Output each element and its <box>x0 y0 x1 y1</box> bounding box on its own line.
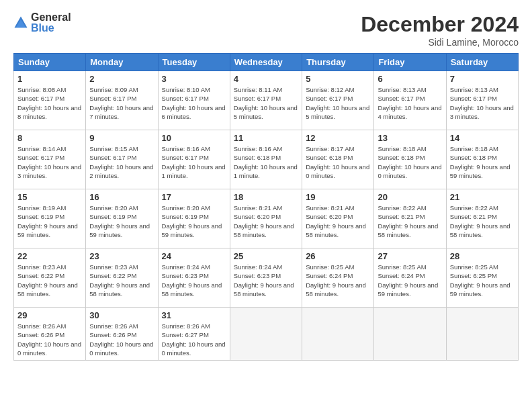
day-number: 25 <box>234 251 298 261</box>
cell-content: Sunrise: 8:21 AMSunset: 6:20 PMDaylight:… <box>234 203 298 239</box>
cell-30: 30 Sunrise: 8:26 AMSunset: 6:26 PMDaylig… <box>86 308 158 361</box>
cell-28: 28 Sunrise: 8:25 AMSunset: 6:25 PMDaylig… <box>446 248 518 308</box>
cell-content: Sunrise: 8:13 AMSunset: 6:17 PMDaylight:… <box>450 85 515 121</box>
day-number: 4 <box>234 74 298 84</box>
cell-content: Sunrise: 8:23 AMSunset: 6:22 PMDaylight:… <box>89 263 154 298</box>
cell-2: 2 Sunrise: 8:09 AMSunset: 6:17 PMDayligh… <box>86 71 158 130</box>
cell-content: Sunrise: 8:17 AMSunset: 6:18 PMDaylight:… <box>306 144 370 180</box>
day-number: 8 <box>17 133 82 143</box>
col-sunday: Sunday <box>14 54 86 71</box>
cell-29: 29 Sunrise: 8:26 AMSunset: 6:26 PMDaylig… <box>14 308 86 361</box>
cell-content: Sunrise: 8:25 AMSunset: 6:25 PMDaylight:… <box>450 263 515 298</box>
table-row: 15 Sunrise: 8:19 AMSunset: 6:19 PMDaylig… <box>14 189 519 248</box>
day-number: 31 <box>162 310 226 320</box>
day-number: 19 <box>306 192 370 202</box>
day-number: 30 <box>89 310 154 320</box>
cell-11: 11 Sunrise: 8:16 AMSunset: 6:18 PMDaylig… <box>230 130 302 189</box>
cell-25: 25 Sunrise: 8:24 AMSunset: 6:23 PMDaylig… <box>230 248 302 308</box>
cell-24: 24 Sunrise: 8:24 AMSunset: 6:23 PMDaylig… <box>158 248 230 308</box>
cell-22: 22 Sunrise: 8:23 AMSunset: 6:22 PMDaylig… <box>14 248 86 308</box>
table-row: 22 Sunrise: 8:23 AMSunset: 6:22 PMDaylig… <box>14 248 519 308</box>
cell-16: 16 Sunrise: 8:20 AMSunset: 6:19 PMDaylig… <box>86 189 158 248</box>
cell-1: 1 Sunrise: 8:08 AMSunset: 6:17 PMDayligh… <box>14 71 86 130</box>
cell-10: 10 Sunrise: 8:16 AMSunset: 6:17 PMDaylig… <box>158 130 230 189</box>
logo-icon <box>13 15 28 30</box>
cell-18: 18 Sunrise: 8:21 AMSunset: 6:20 PMDaylig… <box>230 189 302 248</box>
cell-13: 13 Sunrise: 8:18 AMSunset: 6:18 PMDaylig… <box>374 130 446 189</box>
cell-26: 26 Sunrise: 8:25 AMSunset: 6:24 PMDaylig… <box>302 248 374 308</box>
calendar-table: Sunday Monday Tuesday Wednesday Thursday… <box>13 53 519 361</box>
day-number: 26 <box>306 251 370 261</box>
day-number: 18 <box>234 192 298 202</box>
cell-content: Sunrise: 8:26 AMSunset: 6:27 PMDaylight:… <box>162 322 226 357</box>
cell-content: Sunrise: 8:13 AMSunset: 6:17 PMDaylight:… <box>378 85 442 121</box>
cell-content: Sunrise: 8:23 AMSunset: 6:22 PMDaylight:… <box>17 263 82 298</box>
cell-4: 4 Sunrise: 8:11 AMSunset: 6:17 PMDayligh… <box>230 71 302 130</box>
cell-empty <box>446 308 518 361</box>
table-row: 29 Sunrise: 8:26 AMSunset: 6:26 PMDaylig… <box>14 308 519 361</box>
cell-17: 17 Sunrise: 8:20 AMSunset: 6:19 PMDaylig… <box>158 189 230 248</box>
location: Sidi Lamine, Morocco <box>361 37 519 48</box>
day-number: 27 <box>378 251 442 261</box>
title-block: December 2024 Sidi Lamine, Morocco <box>361 12 519 48</box>
day-number: 22 <box>17 251 82 261</box>
col-saturday: Saturday <box>446 54 518 71</box>
cell-7: 7 Sunrise: 8:13 AMSunset: 6:17 PMDayligh… <box>446 71 518 130</box>
col-monday: Monday <box>86 54 158 71</box>
logo: General Blue <box>13 12 71 34</box>
cell-content: Sunrise: 8:14 AMSunset: 6:17 PMDaylight:… <box>17 144 82 180</box>
day-number: 11 <box>234 133 298 143</box>
page: General Blue December 2024 Sidi Lamine, … <box>0 0 532 411</box>
cell-content: Sunrise: 8:26 AMSunset: 6:26 PMDaylight:… <box>89 322 154 357</box>
cell-content: Sunrise: 8:24 AMSunset: 6:23 PMDaylight:… <box>234 263 298 298</box>
day-number: 13 <box>378 133 442 143</box>
cell-6: 6 Sunrise: 8:13 AMSunset: 6:17 PMDayligh… <box>374 71 446 130</box>
cell-content: Sunrise: 8:11 AMSunset: 6:17 PMDaylight:… <box>234 85 298 121</box>
cell-content: Sunrise: 8:18 AMSunset: 6:18 PMDaylight:… <box>378 144 442 180</box>
col-friday: Friday <box>374 54 446 71</box>
day-number: 23 <box>89 251 154 261</box>
col-tuesday: Tuesday <box>158 54 230 71</box>
table-row: 8 Sunrise: 8:14 AMSunset: 6:17 PMDayligh… <box>14 130 519 189</box>
cell-empty <box>374 308 446 361</box>
calendar-header-row: Sunday Monday Tuesday Wednesday Thursday… <box>14 54 519 71</box>
cell-content: Sunrise: 8:22 AMSunset: 6:21 PMDaylight:… <box>450 203 515 239</box>
cell-content: Sunrise: 8:20 AMSunset: 6:19 PMDaylight:… <box>162 203 226 239</box>
logo-general-text: General <box>31 12 71 23</box>
day-number: 28 <box>450 251 515 261</box>
cell-content: Sunrise: 8:16 AMSunset: 6:17 PMDaylight:… <box>162 144 226 180</box>
cell-content: Sunrise: 8:19 AMSunset: 6:19 PMDaylight:… <box>17 203 82 239</box>
day-number: 5 <box>306 74 370 84</box>
cell-content: Sunrise: 8:25 AMSunset: 6:24 PMDaylight:… <box>306 263 370 298</box>
cell-9: 9 Sunrise: 8:15 AMSunset: 6:17 PMDayligh… <box>86 130 158 189</box>
cell-14: 14 Sunrise: 8:18 AMSunset: 6:18 PMDaylig… <box>446 130 518 189</box>
col-thursday: Thursday <box>302 54 374 71</box>
day-number: 15 <box>17 192 82 202</box>
cell-content: Sunrise: 8:20 AMSunset: 6:19 PMDaylight:… <box>89 203 154 239</box>
cell-content: Sunrise: 8:26 AMSunset: 6:26 PMDaylight:… <box>17 322 82 357</box>
day-number: 3 <box>162 74 226 84</box>
day-number: 10 <box>162 133 226 143</box>
cell-empty <box>302 308 374 361</box>
day-number: 29 <box>17 310 82 320</box>
cell-content: Sunrise: 8:09 AMSunset: 6:17 PMDaylight:… <box>89 85 154 121</box>
cell-content: Sunrise: 8:22 AMSunset: 6:21 PMDaylight:… <box>378 203 442 239</box>
cell-27: 27 Sunrise: 8:25 AMSunset: 6:24 PMDaylig… <box>374 248 446 308</box>
day-number: 20 <box>378 192 442 202</box>
day-number: 7 <box>450 74 515 84</box>
day-number: 16 <box>89 192 154 202</box>
cell-3: 3 Sunrise: 8:10 AMSunset: 6:17 PMDayligh… <box>158 71 230 130</box>
day-number: 24 <box>162 251 226 261</box>
cell-31: 31 Sunrise: 8:26 AMSunset: 6:27 PMDaylig… <box>158 308 230 361</box>
table-row: 1 Sunrise: 8:08 AMSunset: 6:17 PMDayligh… <box>14 71 519 130</box>
cell-empty <box>230 308 302 361</box>
month-title: December 2024 <box>361 12 519 37</box>
day-number: 12 <box>306 133 370 143</box>
cell-content: Sunrise: 8:18 AMSunset: 6:18 PMDaylight:… <box>450 144 515 180</box>
day-number: 14 <box>450 133 515 143</box>
cell-content: Sunrise: 8:08 AMSunset: 6:17 PMDaylight:… <box>17 85 82 121</box>
cell-content: Sunrise: 8:21 AMSunset: 6:20 PMDaylight:… <box>306 203 370 239</box>
day-number: 9 <box>89 133 154 143</box>
cell-5: 5 Sunrise: 8:12 AMSunset: 6:17 PMDayligh… <box>302 71 374 130</box>
cell-12: 12 Sunrise: 8:17 AMSunset: 6:18 PMDaylig… <box>302 130 374 189</box>
